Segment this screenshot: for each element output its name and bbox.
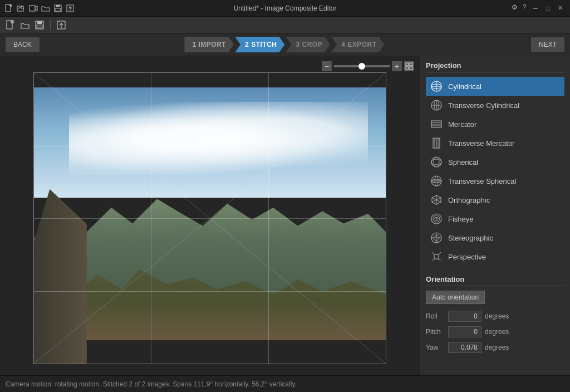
fit-view-button[interactable] <box>404 61 414 71</box>
export-icon[interactable] <box>66 4 75 13</box>
steps-navigation: BACK 1 IMPORT 2 STITCH 3 CROP 4 EXPORT N… <box>0 33 570 56</box>
yaw-label: Yaw <box>426 344 448 351</box>
canvas-area[interactable]: − + <box>0 56 420 375</box>
svg-line-62 <box>432 259 434 261</box>
svg-rect-59 <box>434 254 439 259</box>
step-stitch[interactable]: 2 STITCH <box>235 37 284 52</box>
svg-rect-19 <box>406 63 409 66</box>
toolbar <box>0 17 570 33</box>
projection-trans-mercator[interactable]: Transverse Mercator <box>426 134 564 153</box>
step-import[interactable]: 1 IMPORT <box>184 37 234 52</box>
orthographic-label: Orthographic <box>448 196 490 204</box>
close-button[interactable]: ✕ <box>554 3 566 14</box>
trans-cylindrical-icon <box>430 99 443 111</box>
svg-rect-20 <box>410 63 412 66</box>
trans-spherical-label: Transverse Spherical <box>448 177 516 185</box>
roll-input[interactable] <box>448 311 481 322</box>
zoom-controls: − + <box>322 61 414 71</box>
zoom-thumb <box>358 63 365 70</box>
left-rock-layer <box>34 131 97 349</box>
projection-mercator[interactable]: Mercator <box>426 115 564 134</box>
fisheye-icon <box>430 213 443 225</box>
window-controls[interactable]: ⚙ ? ─ □ ✕ <box>510 3 566 14</box>
svg-line-60 <box>432 252 434 254</box>
toolbar-open-icon[interactable] <box>19 19 31 31</box>
clouds-layer <box>69 102 368 175</box>
projection-perspective[interactable]: Perspective <box>426 247 564 266</box>
svg-point-41 <box>431 157 441 167</box>
trans-cylindrical-label: Transverse Cylindrical <box>448 101 519 110</box>
pitch-row: Pitch degrees <box>426 325 564 339</box>
statusbar: Camera motion: rotating motion. Stitched… <box>0 375 570 392</box>
fisheye-label: Fisheye <box>448 215 474 223</box>
projection-trans-cylindrical[interactable]: Transverse Cylindrical <box>426 96 564 115</box>
auto-orientation-button[interactable]: Auto orientation <box>426 291 485 304</box>
orthographic-icon <box>430 194 443 206</box>
titlebar-icon-group <box>4 4 75 13</box>
open-video-icon[interactable] <box>29 4 38 13</box>
open-image-icon[interactable] <box>17 4 26 13</box>
pitch-unit: degrees <box>485 328 509 336</box>
yaw-unit: degrees <box>485 344 509 351</box>
projection-cylindrical[interactable]: Cylindrical <box>426 77 564 96</box>
projection-title: Projection <box>426 61 564 72</box>
svg-rect-16 <box>37 25 42 28</box>
yaw-input[interactable] <box>448 342 481 353</box>
toolbar-export-icon[interactable] <box>55 19 67 31</box>
step-crop[interactable]: 3 CROP <box>286 37 331 52</box>
main-content: − + <box>0 56 570 375</box>
projection-list: Cylindrical Transverse Cylindrical Merca… <box>426 77 564 266</box>
zoom-out-button[interactable]: − <box>322 61 332 71</box>
perspective-icon <box>430 251 443 263</box>
stereographic-icon <box>430 232 443 244</box>
svg-line-61 <box>439 252 441 254</box>
projection-stereographic[interactable]: Stereographic <box>426 228 564 247</box>
projection-spherical[interactable]: Spherical <box>426 153 564 171</box>
titlebar: Untitled* - Image Composite Editor ⚙ ? ─… <box>0 0 570 17</box>
new-icon[interactable] <box>4 4 13 13</box>
roll-label: Roll <box>426 312 448 320</box>
back-button[interactable]: BACK <box>6 37 40 52</box>
panorama-frame <box>33 72 386 364</box>
step-export[interactable]: 4 EXPORT <box>331 37 384 52</box>
orientation-title: Orientation <box>426 275 564 286</box>
projection-orthographic[interactable]: Orthographic <box>426 190 564 209</box>
svg-point-42 <box>431 159 441 165</box>
pitch-label: Pitch <box>426 328 448 336</box>
settings-icon[interactable]: ⚙ <box>510 3 519 12</box>
window-title: Untitled* - Image Composite Editor <box>234 4 337 12</box>
trans-mercator-icon <box>430 137 443 149</box>
status-text: Camera motion: rotating motion. Stitched… <box>6 380 297 388</box>
perspective-label: Perspective <box>448 253 486 261</box>
projection-fisheye[interactable]: Fisheye <box>426 209 564 228</box>
pitch-input[interactable] <box>448 326 481 337</box>
roll-row: Roll degrees <box>426 310 564 323</box>
svg-rect-21 <box>406 67 409 70</box>
projection-trans-spherical[interactable]: Transverse Spherical <box>426 171 564 190</box>
mercator-icon <box>430 118 443 130</box>
open-folder-icon[interactable] <box>41 4 50 13</box>
stereographic-label: Stereographic <box>448 234 493 242</box>
svg-point-43 <box>434 157 439 167</box>
svg-rect-4 <box>30 6 35 11</box>
next-button[interactable]: NEXT <box>531 37 564 52</box>
zoom-slider[interactable] <box>334 65 390 67</box>
maximize-button[interactable]: □ <box>542 3 553 14</box>
toolbar-save-icon[interactable] <box>33 19 46 31</box>
minimize-button[interactable]: ─ <box>530 3 541 14</box>
help-icon[interactable]: ? <box>520 3 529 12</box>
toolbar-new-icon[interactable] <box>4 19 17 31</box>
spherical-label: Spherical <box>448 158 478 166</box>
cylindrical-icon <box>430 80 443 92</box>
mercator-label: Mercator <box>448 120 476 129</box>
svg-rect-22 <box>410 67 412 70</box>
panorama-canvas[interactable] <box>33 72 386 364</box>
svg-point-3 <box>21 6 23 7</box>
svg-marker-5 <box>35 6 37 11</box>
right-panel: Projection Cylindrical Transverse Cylind… <box>420 56 570 375</box>
save-icon[interactable] <box>53 4 62 13</box>
roll-unit: degrees <box>485 312 509 320</box>
steps-container: 1 IMPORT 2 STITCH 3 CROP 4 EXPORT <box>184 37 385 52</box>
zoom-in-button[interactable]: + <box>392 61 402 71</box>
svg-rect-15 <box>37 21 42 24</box>
